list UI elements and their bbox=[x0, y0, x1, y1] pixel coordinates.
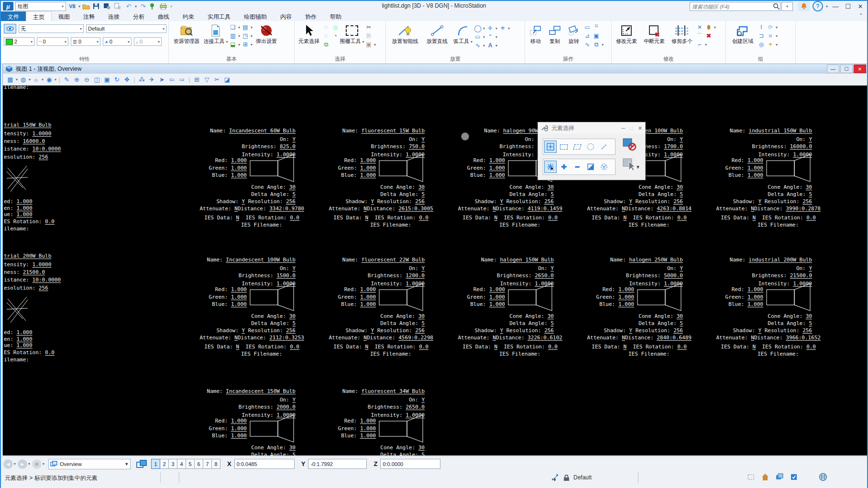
chevron-down-icon[interactable]: ▾ bbox=[826, 4, 828, 9]
copy-settings-icon[interactable] bbox=[114, 3, 122, 10]
explorer-button[interactable]: 资源管理器 bbox=[171, 21, 202, 54]
update-view-icon[interactable]: ✎ bbox=[62, 76, 71, 83]
color-combo[interactable]: 2▾ bbox=[4, 37, 34, 46]
copy-view-icon[interactable]: ⊞ bbox=[192, 76, 201, 83]
mode-add-icon[interactable]: ✚ bbox=[558, 161, 570, 173]
level-combo[interactable]: 无▾ bbox=[19, 24, 84, 33]
modify-element-button[interactable]: 修改元素 bbox=[613, 21, 640, 54]
saved-views-icon[interactable]: ◉ bbox=[44, 76, 54, 83]
arc-tools-button[interactable]: 弧工具 ▾ bbox=[452, 21, 474, 54]
mesh-icon[interactable]: ⌗ bbox=[767, 33, 774, 39]
dialog-minimize-button[interactable]: ─ bbox=[621, 125, 625, 131]
mode-new-icon[interactable] bbox=[544, 161, 557, 173]
place-multiline-icon[interactable]: ⌃ bbox=[486, 33, 494, 40]
create-region-button[interactable]: 创建区域 bbox=[728, 21, 758, 54]
tab-分析[interactable]: 分析 bbox=[126, 11, 151, 21]
snap-mode-icon[interactable] bbox=[550, 473, 560, 482]
chevron-down-icon[interactable]: ▾ bbox=[43, 462, 44, 466]
element-selection-button[interactable]: 元素选择 bbox=[296, 21, 322, 54]
view-maximize-button[interactable]: ☐ bbox=[840, 65, 853, 73]
minimize-button[interactable]: — bbox=[831, 3, 840, 10]
v8-badge-icon[interactable]: V8 bbox=[68, 3, 77, 9]
chevron-down-icon[interactable]: ▾ bbox=[78, 4, 80, 9]
mirror-icon[interactable]: ⊿ bbox=[583, 33, 591, 39]
fence-status-icon[interactable] bbox=[747, 473, 755, 481]
view-next-button[interactable]: ► bbox=[18, 459, 27, 469]
select-line-icon[interactable] bbox=[598, 141, 610, 153]
template-combo[interactable]: Default▾ bbox=[86, 24, 166, 33]
copy-parallel-icon[interactable]: ⧉ bbox=[593, 41, 600, 48]
levels-icon[interactable]: ⬓ bbox=[229, 41, 237, 48]
selection-set-icon[interactable]: ◌ bbox=[322, 24, 330, 31]
place-point-icon[interactable]: ✛ bbox=[486, 25, 494, 32]
select-block-icon[interactable] bbox=[558, 141, 570, 153]
tab-帮助[interactable]: 帮助 bbox=[323, 11, 348, 21]
qat-customize-icon[interactable]: ▿ bbox=[170, 4, 172, 9]
place-line-button[interactable]: 放置直线 bbox=[422, 21, 452, 54]
view-next-icon[interactable]: ⇨ bbox=[177, 76, 187, 83]
home-icon[interactable] bbox=[761, 473, 769, 481]
app-logo-icon[interactable]: µ bbox=[3, 2, 13, 11]
paste-icon[interactable]: ▣ bbox=[365, 41, 373, 48]
mode-select-all-icon[interactable] bbox=[598, 161, 610, 173]
view-previous-button[interactable]: ◄ bbox=[3, 459, 13, 469]
print-icon[interactable] bbox=[160, 3, 168, 10]
view-toggle-icon[interactable] bbox=[136, 460, 147, 468]
fly-icon[interactable]: ✈ bbox=[147, 76, 156, 83]
tab-约束[interactable]: 约束 bbox=[176, 11, 201, 21]
markups-icon[interactable]: ⊞ bbox=[242, 41, 249, 48]
view-number-2[interactable]: 2 bbox=[160, 459, 169, 469]
tab-主页[interactable]: 主页 bbox=[26, 11, 52, 21]
view-number-7[interactable]: 7 bbox=[203, 459, 212, 469]
workflow-combo[interactable]: 绘图 ▾ bbox=[15, 2, 66, 11]
view-number-1[interactable]: 1 bbox=[151, 459, 160, 469]
view-number-4[interactable]: 4 bbox=[177, 459, 186, 469]
tab-实用工具[interactable]: 实用工具 bbox=[201, 11, 237, 21]
trim-multiple-button[interactable]: 修剪多个 bbox=[668, 21, 696, 54]
transparency-combo[interactable]: ◕0▾ bbox=[103, 37, 132, 46]
copy-clipboard-icon[interactable]: ⎘ bbox=[365, 33, 373, 39]
view-close-button[interactable]: ✕ bbox=[854, 65, 866, 73]
break-element-button[interactable]: ✖ 中断元素 bbox=[640, 21, 668, 54]
undo-icon[interactable]: ↶ bbox=[124, 3, 133, 10]
search-box[interactable] bbox=[690, 2, 780, 11]
line-weight-combo[interactable]: ☰0▾ bbox=[71, 37, 100, 46]
nav-wheel-icon[interactable]: ➤ bbox=[157, 76, 166, 83]
view-number-3[interactable]: 3 bbox=[168, 459, 177, 469]
tab-内容[interactable]: 内容 bbox=[274, 11, 298, 21]
chevron-down-icon[interactable]: ▾ bbox=[55, 77, 56, 82]
fillet-icon[interactable]: ⌐ bbox=[696, 41, 703, 48]
view-group-combo[interactable]: Overview ▼ bbox=[48, 459, 131, 469]
tab-协作[interactable]: 协作 bbox=[298, 11, 323, 21]
place-block-icon[interactable]: ▭ bbox=[474, 33, 482, 40]
view-attributes-icon[interactable]: ▦ bbox=[6, 76, 15, 83]
drop-lineстring-icon[interactable]: ⊐ bbox=[758, 33, 765, 39]
pin-icon[interactable] bbox=[149, 3, 158, 10]
chevron-down-icon[interactable]: ▾ bbox=[14, 462, 16, 466]
save-icon[interactable] bbox=[93, 3, 101, 10]
chevron-down-icon[interactable]: ▾ bbox=[135, 4, 137, 9]
coord-z-input[interactable] bbox=[380, 459, 440, 469]
select-none-icon[interactable] bbox=[622, 158, 636, 171]
select-individual-icon[interactable] bbox=[544, 141, 557, 153]
active-lock-mode[interactable]: Default bbox=[573, 474, 592, 481]
stretch-icon[interactable]: ∿ bbox=[583, 41, 591, 48]
view-titlebar[interactable]: 视图 1 - 顶视图, Overview — ☐ ✕ bbox=[3, 64, 867, 74]
view-previous-icon[interactable]: ⇦ bbox=[167, 76, 176, 83]
tab-曲线[interactable]: 曲线 bbox=[151, 11, 176, 21]
array-polar-icon[interactable]: ⠛ bbox=[593, 24, 600, 31]
active-element-icon[interactable] bbox=[4, 24, 16, 33]
tab-视图[interactable]: 视图 bbox=[52, 11, 77, 21]
trim-to-intersection-icon[interactable]: ✕ bbox=[696, 24, 703, 31]
view-minimize-button[interactable]: — bbox=[827, 65, 839, 73]
fit-view-icon[interactable]: ▣ bbox=[102, 76, 111, 83]
display-style-icon[interactable]: ◍ bbox=[19, 76, 28, 83]
chevron-down-icon[interactable]: ▾ bbox=[42, 77, 44, 82]
drop-element-icon[interactable]: ⌇ bbox=[758, 24, 765, 31]
palette-icon[interactable]: ⬮ bbox=[705, 24, 713, 31]
search-scope-dropdown[interactable]: ▾ bbox=[781, 2, 793, 11]
place-spline-icon[interactable]: ∿ bbox=[474, 42, 482, 49]
view-number-8[interactable]: 8 bbox=[211, 459, 220, 469]
dialog-maximize-button[interactable]: □ bbox=[630, 125, 633, 131]
view-group-history-icon[interactable]: ◉ bbox=[32, 459, 42, 469]
